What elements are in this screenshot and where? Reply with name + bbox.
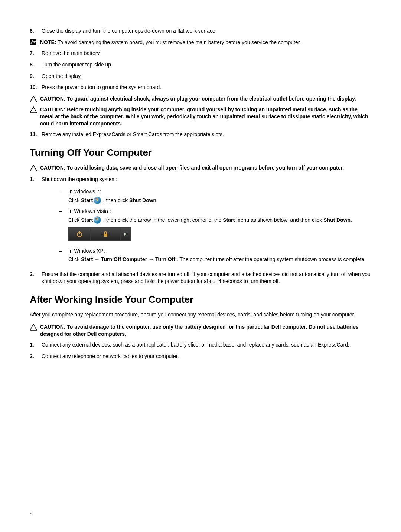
ordered-step: 2. Ensure that the computer and all atta…	[30, 271, 371, 285]
text-fragment: Click	[68, 197, 81, 203]
caution-icon	[30, 95, 40, 102]
sub-item-body: Click Start , then click Shut Down.	[68, 197, 371, 204]
lock-icon	[102, 231, 108, 237]
bullet-dash: –	[59, 208, 68, 215]
power-segment	[69, 228, 91, 240]
caution-block: CAUTION: To avoid losing data, save and …	[30, 164, 371, 171]
arrow-sep: →	[93, 256, 101, 262]
text-fragment: Click	[68, 256, 81, 262]
step-text: Shut down the operating system: – In Win…	[42, 176, 371, 266]
windows-start-orb-icon	[94, 216, 101, 224]
ordered-step: 1. Shut down the operating system: – In …	[30, 176, 371, 266]
arrow-right-icon	[124, 232, 127, 236]
kw-shut-down: Shut Down	[323, 217, 351, 223]
paragraph: After you complete any replacement proce…	[30, 311, 371, 318]
caution-icon	[30, 324, 40, 338]
step-text: Ensure that the computer and all attache…	[42, 271, 371, 285]
step-number: 1.	[30, 341, 42, 348]
step-lead: Shut down the operating system:	[42, 176, 371, 183]
note-icon	[30, 39, 40, 46]
ordered-step: 11. Remove any installed ExpressCards or…	[30, 131, 371, 138]
step-number: 8.	[30, 61, 42, 68]
caution-block: CAUTION: Before touching anything inside…	[30, 106, 371, 127]
ordered-step: 9. Open the display.	[30, 73, 371, 80]
step-text: Open the display.	[42, 73, 371, 80]
note-block: NOTE: To avoid damaging the system board…	[30, 39, 371, 46]
step-text: Press the power button to ground the sys…	[42, 84, 371, 91]
ordered-step: 2. Connect any telephone or network cabl…	[30, 353, 371, 360]
kw-shut-down: Shut Down	[129, 197, 156, 203]
shutdown-bar	[68, 227, 131, 241]
step-text: Close the display and turn the computer …	[42, 27, 371, 35]
sub-item-body: Click Start → Turn Off Computer → Turn O…	[68, 256, 371, 263]
step-text: Connect any telephone or network cables …	[42, 353, 371, 360]
windows-start-orb-icon	[94, 197, 101, 204]
caution-text: CAUTION: To guard against electrical sho…	[40, 95, 371, 102]
kw-turn-off: Turn Off	[155, 256, 175, 262]
sub-list: – In Windows 7: Click Start , then click…	[59, 188, 371, 263]
heading-turning-off: Turning Off Your Computer	[30, 146, 371, 159]
text-fragment: .	[351, 217, 352, 223]
caution-block: CAUTION: To avoid damage to the computer…	[30, 324, 371, 338]
sub-item-label: In Windows 7:	[68, 188, 371, 195]
step-text: Turn the computer top-side up.	[42, 61, 371, 68]
vista-shutdown-bar-image	[68, 224, 371, 244]
kw-turn-off-computer: Turn Off Computer	[101, 256, 147, 262]
caution-text: CAUTION: To avoid losing data, save and …	[40, 164, 371, 171]
note-label: NOTE:	[40, 39, 56, 45]
sub-item-body: Click Start , then click the arrow in th…	[68, 216, 371, 244]
bullet-dash: –	[59, 247, 68, 254]
sub-item-label: In Windows XP:	[68, 247, 371, 254]
bullet-dash: –	[59, 188, 68, 195]
ordered-step: 7. Remove the main battery.	[30, 50, 371, 57]
heading-after-working: After Working Inside Your Computer	[30, 293, 371, 306]
caution-text: CAUTION: Before touching anything inside…	[40, 106, 371, 127]
caution-icon	[30, 106, 40, 127]
sub-item-vista: – In Windows Vista :	[59, 208, 371, 215]
text-fragment: Click	[68, 217, 81, 223]
ordered-step: 1. Connect any external devices, such as…	[30, 341, 371, 348]
arrow-sep: →	[147, 256, 155, 262]
sub-item-xp: – In Windows XP:	[59, 247, 371, 254]
step-text: Remove any installed ExpressCards or Sma…	[42, 131, 371, 138]
ordered-step: 10. Press the power button to ground the…	[30, 84, 371, 91]
page-number: 8	[30, 510, 33, 517]
step-text: Remove the main battery.	[42, 50, 371, 57]
text-fragment: . The computer turns off after the opera…	[175, 256, 366, 262]
kw-start: Start	[81, 256, 93, 262]
arrow-segment	[121, 228, 130, 240]
step-number: 2.	[30, 353, 42, 360]
text-fragment: , then click	[102, 197, 129, 203]
kw-start: Start	[81, 197, 93, 203]
svg-rect-1	[34, 41, 36, 42]
step-number: 2.	[30, 271, 42, 285]
caution-icon	[30, 164, 40, 171]
step-number: 11.	[30, 131, 42, 138]
ordered-step: 6. Close the display and turn the comput…	[30, 27, 371, 35]
note-body: To avoid damaging the system board, you …	[56, 39, 301, 45]
lock-segment	[91, 228, 121, 240]
step-number: 7.	[30, 50, 42, 57]
caution-block: CAUTION: To guard against electrical sho…	[30, 95, 371, 102]
kw-start: Start	[81, 217, 93, 223]
page: 6. Close the display and turn the comput…	[0, 0, 401, 532]
note-text: NOTE: To avoid damaging the system board…	[40, 39, 371, 46]
step-number: 10.	[30, 84, 42, 91]
caution-text: CAUTION: To avoid damage to the computer…	[40, 324, 371, 338]
text-fragment: menu as shown below, and then click	[235, 217, 323, 223]
step-number: 6.	[30, 27, 42, 35]
text-fragment: , then click the arrow in the lower-righ…	[102, 217, 223, 223]
kw-start-menu: Start	[223, 217, 235, 223]
step-text: Connect any external devices, such as a …	[42, 341, 371, 348]
power-icon	[76, 231, 83, 237]
sub-item-win7: – In Windows 7:	[59, 188, 371, 195]
svg-rect-4	[104, 234, 107, 237]
step-number: 9.	[30, 73, 42, 80]
sub-item-label: In Windows Vista :	[68, 208, 371, 215]
text-fragment: .	[156, 197, 158, 203]
ordered-step: 8. Turn the computer top-side up.	[30, 61, 371, 68]
step-number: 1.	[30, 176, 42, 266]
